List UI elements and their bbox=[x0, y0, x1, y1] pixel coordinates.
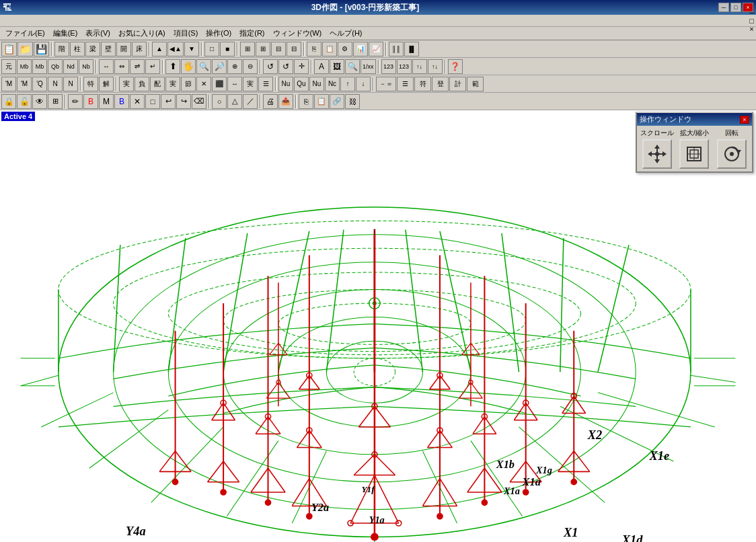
inner-close-button[interactable]: × bbox=[749, 25, 755, 33]
scroll-button[interactable] bbox=[642, 139, 672, 169]
tb4-line[interactable]: ／ bbox=[243, 94, 258, 109]
tb2-help[interactable]: ❓ bbox=[448, 59, 463, 74]
tb3-m3[interactable]: 'Q bbox=[32, 77, 47, 91]
tb-fill[interactable]: ■ bbox=[220, 42, 235, 56]
tb3-mark[interactable]: ⬛ bbox=[212, 77, 227, 91]
minimize-button[interactable]: ─ bbox=[718, 3, 729, 12]
tb2-arr1[interactable]: ↔ bbox=[99, 59, 114, 74]
tb-beam[interactable]: 梁 bbox=[85, 42, 100, 56]
tb2-move[interactable]: ✛ bbox=[294, 59, 309, 74]
tb4-arr2[interactable]: ↪ bbox=[176, 94, 191, 109]
tb2-perc[interactable]: 1/xx bbox=[361, 59, 376, 74]
tb2-undo[interactable]: 元 bbox=[1, 59, 16, 74]
tb4-export[interactable]: 📤 bbox=[278, 94, 293, 109]
tb2-zoom3[interactable]: ⊕ bbox=[227, 59, 242, 74]
tb-chart[interactable]: 📊 bbox=[353, 42, 368, 56]
tb4-pen[interactable]: ✏ bbox=[68, 94, 83, 109]
tb-open2[interactable]: 開 bbox=[116, 42, 131, 56]
tb2-rotate2[interactable]: ↺ bbox=[278, 59, 293, 74]
tb-grid3[interactable]: ⊟ bbox=[271, 42, 286, 56]
tb3-fu2[interactable]: 節 bbox=[181, 77, 196, 91]
tb2-cursor[interactable]: ⬆ bbox=[165, 59, 180, 74]
tb3-m4[interactable]: N bbox=[48, 77, 63, 91]
tb-dropdown1[interactable]: ▼ bbox=[184, 42, 199, 56]
tb3-combo4[interactable]: 登 bbox=[432, 77, 449, 91]
tb2-num3[interactable]: ↑↓ bbox=[412, 59, 427, 74]
inner-minimize-button[interactable]: ─ bbox=[749, 9, 755, 17]
tb2-m1[interactable]: Mb bbox=[17, 59, 32, 74]
inner-maximize-button[interactable]: □ bbox=[749, 17, 755, 25]
tb4-arr[interactable]: ↩ bbox=[161, 94, 176, 109]
tb-graph[interactable]: ║║ bbox=[389, 42, 404, 56]
tb2-arr3[interactable]: ⇌ bbox=[130, 59, 145, 74]
tb-save[interactable]: 💾 bbox=[34, 42, 49, 56]
tb2-text[interactable]: A bbox=[314, 59, 329, 74]
tb3-spec[interactable]: 特 bbox=[83, 77, 98, 91]
tb3-m1[interactable]: 'M bbox=[1, 77, 16, 91]
tb4-tri[interactable]: △ bbox=[227, 94, 242, 109]
tb2-m2[interactable]: Mb bbox=[32, 59, 47, 74]
tb3-p7[interactable]: ↑ bbox=[340, 77, 355, 91]
tb3-m5[interactable]: N bbox=[63, 77, 78, 91]
tb-wall[interactable]: 壁 bbox=[101, 42, 116, 56]
tb-settings[interactable]: ⚙ bbox=[338, 42, 352, 56]
tb2-arr2[interactable]: ⇔ bbox=[114, 59, 129, 74]
tb-tri[interactable]: ▲ bbox=[152, 42, 167, 56]
tb-grid1[interactable]: ⊞ bbox=[240, 42, 255, 56]
tb3-jy[interactable]: 実 bbox=[119, 77, 134, 91]
menu-items[interactable]: 項目(S) bbox=[169, 27, 202, 40]
tb4-print[interactable]: 🖨 bbox=[263, 94, 278, 109]
tb-rect[interactable]: □ bbox=[204, 42, 219, 56]
menu-edit[interactable]: 編集(E) bbox=[49, 27, 82, 40]
tb4-link[interactable]: 🔗 bbox=[330, 94, 344, 109]
tb2-num[interactable]: 123 bbox=[381, 59, 396, 74]
tb3-kai[interactable]: 解 bbox=[99, 77, 114, 91]
tb2-num4[interactable]: ↑↓ bbox=[428, 59, 443, 74]
tb4-grid[interactable]: ⊞ bbox=[48, 94, 63, 109]
tb-chart2[interactable]: 📈 bbox=[369, 42, 383, 56]
tb-copy[interactable]: ⎘ bbox=[307, 42, 322, 56]
tb3-p2[interactable]: ☰ bbox=[258, 77, 273, 91]
tb3-jis[interactable]: 実 bbox=[165, 77, 180, 91]
tb4-eye[interactable]: 👁 bbox=[32, 94, 47, 109]
tb2-nb[interactable]: Nb bbox=[79, 59, 93, 74]
tb4-pen4[interactable]: B bbox=[114, 94, 129, 109]
menu-file[interactable]: ファイル(E) bbox=[1, 27, 49, 40]
tb-col[interactable]: 柱 bbox=[70, 42, 85, 56]
menu-window[interactable]: ウィンドウ(W) bbox=[269, 27, 326, 40]
menu-operations[interactable]: 操作(O) bbox=[202, 27, 235, 40]
tb2-rotate[interactable]: ↺ bbox=[263, 59, 278, 74]
menu-help[interactable]: ヘルプ(H) bbox=[326, 27, 366, 40]
tb2-zoom4[interactable]: ⊖ bbox=[243, 59, 258, 74]
menu-view[interactable]: 表示(V) bbox=[81, 27, 114, 40]
tb-new[interactable]: 📋 bbox=[1, 42, 17, 56]
tb3-p5[interactable]: Nu bbox=[309, 77, 324, 91]
maximize-button[interactable]: □ bbox=[730, 3, 741, 12]
tb2-img[interactable]: 🖼 bbox=[330, 59, 344, 74]
tb3-p8[interactable]: ↓ bbox=[356, 77, 371, 91]
tb-paste[interactable]: 📋 bbox=[322, 42, 337, 56]
tb3-m2[interactable]: 'M bbox=[17, 77, 32, 91]
tb3-p3[interactable]: Nu bbox=[278, 77, 293, 91]
tb2-zoom2[interactable]: 🔎 bbox=[212, 59, 227, 74]
tb3-x[interactable]: ✕ bbox=[196, 77, 211, 91]
tb-graph2[interactable]: ▐▌ bbox=[404, 42, 419, 56]
tb2-hand[interactable]: 🖐 bbox=[181, 59, 196, 74]
tb4-lock[interactable]: 🔒 bbox=[1, 94, 16, 109]
tb2-arr4[interactable]: ↵ bbox=[145, 59, 160, 74]
tb3-p4[interactable]: Qu bbox=[294, 77, 309, 91]
tb4-square[interactable]: □ bbox=[145, 94, 160, 109]
tb4-cross[interactable]: ✕ bbox=[130, 94, 145, 109]
tb3-arrow[interactable]: ↔ bbox=[227, 77, 242, 91]
tb4-link2[interactable]: ⛓ bbox=[345, 94, 360, 109]
zoom-button[interactable] bbox=[679, 139, 709, 169]
tb2-zoom5[interactable]: 🔍 bbox=[345, 59, 360, 74]
rotate-button[interactable] bbox=[717, 139, 747, 169]
tb3-combo1[interactable]: －＝ bbox=[376, 77, 396, 91]
menu-specify[interactable]: 指定(R) bbox=[235, 27, 268, 40]
tb3-ha[interactable]: 配 bbox=[150, 77, 165, 91]
tb4-copy2[interactable]: ⎘ bbox=[299, 94, 313, 109]
tb-grid4[interactable]: ⊟ bbox=[287, 42, 301, 56]
tb-grid2[interactable]: ⊞ bbox=[256, 42, 270, 56]
tb3-p6[interactable]: Nc bbox=[325, 77, 340, 91]
